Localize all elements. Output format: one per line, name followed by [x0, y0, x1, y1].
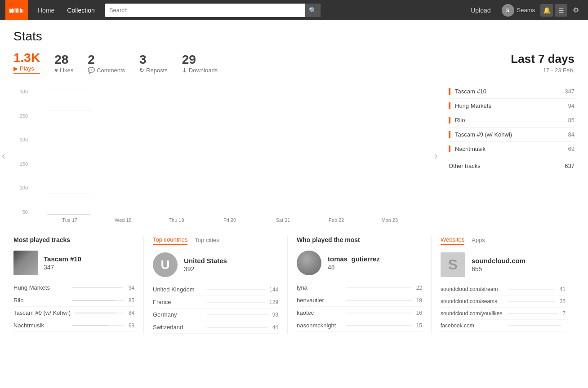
- list-item[interactable]: Tascam #9 (w/ Kohwi) 84: [13, 307, 134, 319]
- user-bar: [346, 300, 412, 301]
- track-bar-indicator: [449, 117, 450, 123]
- soundcloud-logo-icon: [9, 6, 24, 15]
- list-item[interactable]: soundcloud.com/you/likes 7: [441, 308, 566, 320]
- chart-next-button[interactable]: ›: [432, 150, 440, 162]
- site-bar: [508, 313, 558, 314]
- track-name: Nachtmusik: [455, 146, 568, 152]
- country-name: United Kingdom: [153, 286, 202, 293]
- user-count: 22: [416, 285, 422, 291]
- svg-rect-8: [20, 8, 21, 13]
- track-bar-indicator: [449, 88, 450, 95]
- tab-top-cities[interactable]: Top cities: [195, 236, 219, 245]
- menu-icon[interactable]: ☰: [555, 4, 567, 17]
- svg-rect-1: [11, 9, 12, 13]
- nav-right: Upload S Seams 🔔 ☰ ⚙: [465, 0, 583, 20]
- featured-track-plays: 347: [44, 264, 81, 271]
- stat-likes[interactable]: 28 ♥ Likes: [54, 53, 73, 74]
- x-label: Thu 19: [153, 217, 200, 223]
- repost-icon: ↻: [139, 67, 144, 74]
- logo[interactable]: [5, 0, 28, 20]
- most-played-others: Hung Markets 94 Rilo 85 Tascam #9 (w/ Ko…: [13, 282, 134, 332]
- upload-link[interactable]: Upload: [465, 0, 496, 20]
- list-item[interactable]: Germany 93: [153, 309, 278, 321]
- list-item[interactable]: United Kingdom 144: [153, 283, 278, 296]
- site-name: soundcloud.com/seams: [441, 298, 503, 304]
- chart-section: ‹ 50 100 150 200 250 300 Tue 17Wed 18Thu…: [13, 84, 575, 223]
- user-count: 15: [416, 322, 422, 329]
- period-title: Last 7 days: [511, 52, 575, 66]
- list-item[interactable]: nasonmcknight 15: [297, 319, 422, 332]
- track-thumbnail: [13, 251, 38, 275]
- x-labels: Tue 17Wed 18Thu 19Fri 20Sat 21Feb 22Mon …: [47, 217, 413, 223]
- list-item[interactable]: France 129: [153, 296, 278, 309]
- track-count: 84: [129, 310, 134, 316]
- featured-user-info: tomas_gutierrez 48: [328, 255, 380, 271]
- tab-websites[interactable]: Websites: [441, 236, 464, 245]
- featured-user-count: 48: [328, 264, 380, 271]
- featured-country-count: 392: [184, 265, 227, 273]
- stat-comments[interactable]: 2 💬 Comments: [88, 53, 125, 74]
- featured-user-avatar: [297, 251, 321, 275]
- user-bar: [346, 313, 412, 313]
- bar-chart: ‹ 50 100 150 200 250 300 Tue 17Wed 18Thu…: [13, 84, 426, 223]
- user-bar: [346, 325, 412, 326]
- list-item[interactable]: facebook.com: [441, 320, 566, 332]
- list-item[interactable]: Switzerland 44: [153, 321, 278, 334]
- list-item[interactable]: Nachtmusik 69: [13, 319, 134, 332]
- featured-site-info: soundcloud.com 655: [472, 257, 526, 273]
- user-bar: [346, 287, 412, 288]
- svg-rect-5: [16, 8, 17, 12]
- list-item[interactable]: soundcloud.com/seams 35: [441, 295, 566, 308]
- stat-plays[interactable]: 1.3K ▶ Plays: [13, 52, 40, 74]
- list-item[interactable]: Rilo 85: [13, 294, 134, 307]
- notifications-icon[interactable]: 🔔: [540, 4, 553, 17]
- track-bar: [72, 325, 124, 326]
- period-header: Last 7 days 17 - 23 Feb,: [511, 52, 575, 74]
- track-count: 94: [129, 285, 134, 291]
- x-label: Mon 23: [366, 217, 413, 223]
- nav-collection[interactable]: Collection: [61, 0, 101, 20]
- y-label-250: 250: [13, 113, 31, 119]
- track-list-item: Rilo 85: [449, 113, 575, 128]
- countries-others: United Kingdom 144 France 129 Germany 93…: [153, 283, 278, 334]
- username: Seams: [517, 7, 535, 13]
- track-name: Hung Markets: [455, 102, 568, 109]
- nav-home[interactable]: Home: [31, 0, 61, 20]
- track-list: Tascam #10 347 Hung Markets 94 Rilo 85 T…: [440, 84, 575, 223]
- likes-label: ♥ Likes: [54, 67, 73, 74]
- other-tracks-count: 637: [565, 163, 575, 169]
- list-item[interactable]: Hung Markets 94: [13, 282, 134, 294]
- search-input[interactable]: [105, 4, 321, 17]
- list-item[interactable]: soundcloud.com/stream 41: [441, 283, 566, 295]
- list-item[interactable]: lyna 22: [297, 282, 422, 294]
- page-title: Stats: [13, 29, 575, 44]
- reposts-label: ↻ Reposts: [139, 67, 168, 74]
- featured-site: S soundcloud.com 655: [441, 252, 566, 277]
- track-name: Nachtmusik: [13, 322, 67, 329]
- svg-rect-7: [18, 9, 19, 13]
- search-button[interactable]: 🔍: [305, 4, 321, 17]
- plays-value: 1.3K: [13, 52, 40, 64]
- tab-apps[interactable]: Apps: [472, 236, 485, 245]
- user-name: nasonmcknight: [297, 322, 342, 329]
- settings-icon[interactable]: ⚙: [569, 6, 583, 14]
- websites-tabs: Websites Apps: [441, 236, 566, 245]
- x-label: Fri 20: [207, 217, 253, 223]
- chart-prev-button[interactable]: ‹: [0, 150, 7, 162]
- stat-reposts[interactable]: 3 ↻ Reposts: [139, 53, 168, 74]
- stat-downloads[interactable]: 29 ⬇ Downloads: [182, 53, 218, 74]
- featured-country-info: United States 392: [184, 257, 227, 273]
- bars-area: [47, 89, 90, 215]
- track-count: 85: [129, 297, 134, 304]
- country-count: 144: [269, 287, 278, 293]
- avatar[interactable]: S: [502, 4, 514, 17]
- list-item[interactable]: kaotec 16: [297, 307, 422, 319]
- site-count: 35: [560, 298, 566, 304]
- track-bar: [75, 313, 124, 313]
- tab-top-countries[interactable]: Top countries: [153, 236, 187, 245]
- site-name: facebook.com: [441, 322, 503, 329]
- list-item[interactable]: benvautier 19: [297, 294, 422, 307]
- x-label: Tue 17: [47, 217, 93, 223]
- countries-tabs: Top countries Top cities: [153, 236, 278, 245]
- track-count: 347: [565, 88, 575, 95]
